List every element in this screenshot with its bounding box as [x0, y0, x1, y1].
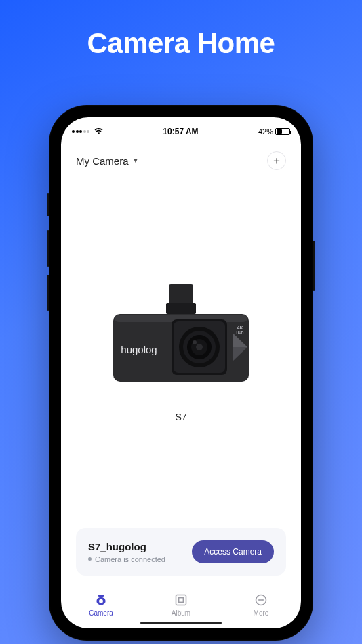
more-nav-icon [254, 592, 268, 607]
svg-rect-18 [176, 595, 186, 605]
status-left [72, 127, 103, 136]
status-dot-icon [88, 557, 92, 561]
status-bar: 10:57 AM 42% [61, 121, 301, 142]
svg-text:4K: 4K [237, 325, 243, 330]
status-time: 10:57 AM [163, 127, 198, 136]
signal-dots-icon [72, 130, 89, 133]
camera-illustration: hugolog [76, 181, 286, 528]
dashcam-icon: hugolog [106, 280, 256, 402]
phone-frame: 10:57 AM 42% My Camera ▼ ＋ [49, 105, 313, 641]
svg-rect-0 [169, 284, 193, 306]
header-title: My Camera [76, 155, 129, 167]
svg-rect-1 [166, 303, 196, 314]
battery-icon [275, 128, 290, 135]
chevron-down-icon: ▼ [133, 157, 139, 164]
home-indicator[interactable] [140, 622, 222, 624]
status-right: 42% [258, 127, 290, 136]
album-nav-icon [174, 592, 188, 607]
battery-percentage: 42% [258, 127, 273, 136]
svg-rect-19 [179, 597, 184, 602]
phone-side-button [47, 193, 49, 216]
plus-icon: ＋ [271, 154, 282, 168]
header-dropdown[interactable]: My Camera ▼ [76, 155, 138, 167]
camera-model-label: S7 [175, 411, 186, 422]
access-camera-button[interactable]: Access Camera [192, 540, 274, 563]
svg-point-23 [262, 599, 264, 601]
device-status: Camera is connected [95, 555, 165, 563]
svg-point-11 [196, 344, 203, 350]
svg-point-22 [260, 599, 262, 601]
nav-item-camera[interactable]: Camera [77, 592, 125, 617]
svg-point-17 [99, 599, 103, 603]
nav-item-album[interactable]: Album [157, 592, 205, 617]
device-card: S7_hugolog Camera is connected Access Ca… [76, 528, 286, 576]
phone-side-button [47, 275, 49, 311]
nav-label: Album [172, 609, 190, 617]
app-header: My Camera ▼ ＋ [61, 142, 301, 174]
svg-text:UHD: UHD [237, 331, 244, 335]
svg-point-21 [258, 599, 260, 601]
svg-text:hugolog: hugolog [121, 344, 157, 355]
nav-label: Camera [89, 609, 113, 617]
svg-rect-15 [98, 595, 104, 597]
main-content: hugolog [61, 174, 301, 584]
add-button[interactable]: ＋ [267, 151, 286, 170]
hero-title: Camera Home [0, 0, 362, 60]
phone-side-button [47, 230, 49, 267]
svg-point-12 [193, 340, 197, 344]
wifi-icon [94, 127, 103, 136]
camera-nav-icon [94, 592, 108, 607]
nav-label: More [254, 609, 269, 617]
nav-item-more[interactable]: More [237, 592, 285, 617]
phone-screen: 10:57 AM 42% My Camera ▼ ＋ [61, 117, 301, 628]
phone-side-button [313, 241, 315, 291]
device-name: S7_hugolog [88, 541, 165, 552]
